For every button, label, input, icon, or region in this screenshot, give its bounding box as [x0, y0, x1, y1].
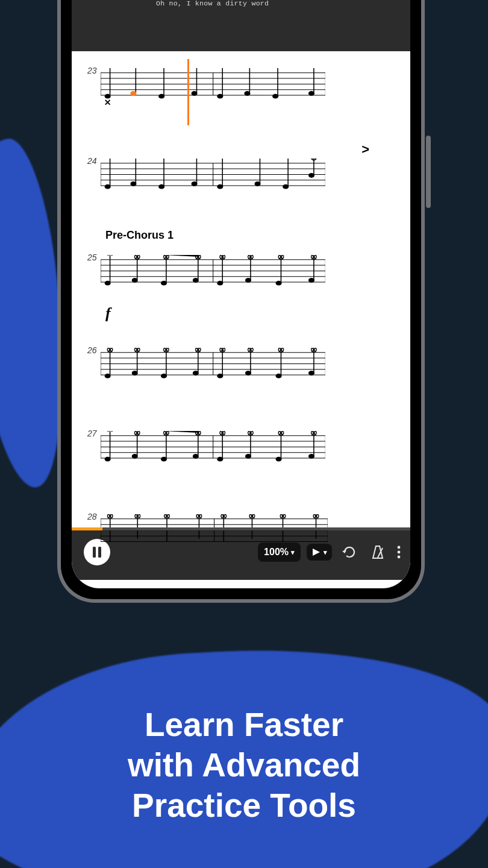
svg-point-19	[105, 94, 111, 99]
svg-marker-128	[109, 431, 199, 433]
staff-23	[101, 68, 325, 110]
svg-point-151	[275, 457, 281, 462]
svg-point-119	[308, 371, 314, 376]
svg-point-49	[217, 184, 223, 189]
svg-point-112	[105, 374, 111, 379]
measure-23: 23	[87, 57, 395, 118]
measure-number: 26	[87, 345, 97, 355]
svg-point-48	[191, 181, 197, 186]
svg-point-184	[398, 546, 401, 549]
svg-point-113	[132, 371, 138, 376]
lyric-line: Oh no, I know a dirty word	[156, 0, 410, 8]
svg-point-78	[105, 281, 111, 286]
svg-point-83	[245, 278, 251, 283]
svg-point-20	[158, 94, 164, 99]
staff-28	[101, 514, 328, 547]
svg-point-115	[193, 371, 199, 376]
staff-26	[101, 348, 325, 390]
svg-point-117	[245, 371, 251, 376]
svg-point-85	[308, 278, 314, 283]
svg-point-186	[398, 556, 401, 559]
svg-point-150	[245, 454, 251, 459]
svg-point-185	[398, 551, 401, 554]
svg-point-21	[191, 91, 197, 96]
svg-point-80	[161, 281, 167, 286]
staff-27	[101, 431, 325, 473]
phone-mockup: It's fun to lose and to pretend She's ov…	[57, 0, 425, 603]
staff-25	[101, 255, 325, 297]
headline-line: with Advanced	[0, 745, 488, 785]
section-label: Pre-Chorus 1	[105, 229, 174, 242]
measure-27: 27	[87, 420, 395, 480]
svg-point-82	[217, 281, 223, 286]
measure-number: 27	[87, 429, 97, 438]
measure-number: 24	[87, 156, 97, 166]
measure-number: 28	[87, 512, 97, 521]
progress-track[interactable]	[72, 527, 410, 530]
measure-number: 23	[87, 66, 97, 75]
svg-point-46	[130, 181, 136, 186]
svg-point-24	[272, 94, 278, 99]
measure-28: 28	[87, 503, 395, 564]
measure-26: 26	[87, 337, 395, 397]
more-button[interactable]	[395, 546, 402, 559]
headline-line: Practice Tools	[0, 785, 488, 826]
svg-point-51	[283, 184, 289, 189]
svg-point-18	[130, 91, 136, 96]
phone-frame: It's fun to lose and to pretend She's ov…	[57, 0, 425, 603]
svg-point-146	[132, 454, 138, 459]
svg-point-145	[105, 457, 111, 462]
accent-mark: >	[361, 142, 369, 157]
svg-point-23	[244, 91, 250, 96]
svg-point-149	[217, 457, 223, 462]
svg-point-52	[308, 173, 314, 178]
measure-25: Pre-Chorus 1 25 f	[87, 244, 395, 304]
sheet-music[interactable]: 23	[72, 51, 410, 527]
playhead[interactable]	[187, 59, 189, 125]
svg-point-118	[275, 374, 281, 379]
svg-marker-61	[109, 255, 199, 257]
headline-line: Learn Faster	[0, 705, 488, 745]
progress-fill	[72, 527, 102, 530]
lyrics-panel: It's fun to lose and to pretend She's ov…	[72, 0, 410, 51]
promo-headline: Learn Faster with Advanced Practice Tool…	[0, 705, 488, 826]
svg-point-116	[217, 374, 223, 379]
svg-point-114	[161, 374, 167, 379]
svg-point-25	[308, 91, 314, 96]
svg-point-22	[217, 94, 223, 99]
measure-24: 24 >	[87, 148, 395, 208]
svg-point-47	[158, 184, 164, 189]
phone-side-button	[426, 136, 431, 208]
svg-point-45	[105, 184, 111, 189]
app-screen: It's fun to lose and to pretend She's ov…	[72, 0, 410, 588]
more-vert-icon	[397, 546, 401, 559]
svg-point-50	[254, 181, 260, 186]
svg-point-81	[193, 278, 199, 283]
svg-point-147	[161, 457, 167, 462]
measure-number: 25	[87, 253, 97, 262]
svg-point-152	[308, 454, 314, 459]
staff-24	[101, 159, 325, 201]
svg-point-148	[193, 454, 199, 459]
svg-point-84	[275, 281, 281, 286]
dynamic-marking: f	[105, 304, 111, 322]
svg-point-79	[132, 278, 138, 283]
